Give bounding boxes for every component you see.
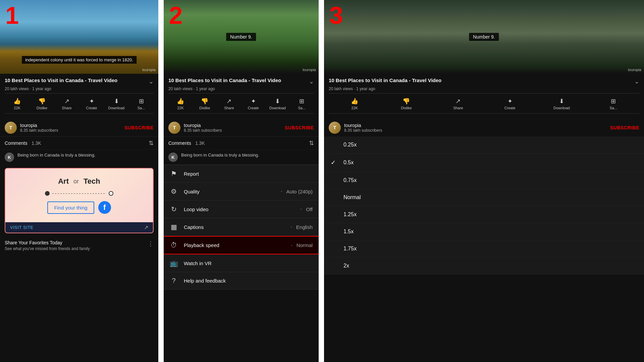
channel-row-2: T touropia 8.35 lakh subscribers SUBSCRI… xyxy=(164,119,319,136)
like-button-3[interactable]: 👍 22K xyxy=(329,96,380,111)
speed-check-05: ✓ xyxy=(331,159,339,166)
create-button-2[interactable]: ✦ Create xyxy=(241,96,265,111)
channel-avatar-3[interactable]: T xyxy=(329,122,341,134)
menu-item-quality[interactable]: ⚙ Quality · Auto (240p) xyxy=(164,183,319,200)
speed-item-075[interactable]: 0.75x xyxy=(324,172,644,189)
share-button-2[interactable]: ↗ Share xyxy=(217,96,241,111)
visit-site-button[interactable]: VISIT SITE xyxy=(10,225,34,230)
step-label-3: 3 xyxy=(329,3,343,27)
menu-item-playback-speed[interactable]: ⏱ Playback speed · Normal xyxy=(164,236,319,254)
video-title-2[interactable]: 10 Best Places to Visit in Canada - Trav… xyxy=(168,77,306,84)
save-icon-3: ⊞ xyxy=(611,98,616,105)
subscribe-button-2[interactable]: SUBSCRIBE xyxy=(285,125,314,130)
speed-label-05: 0.5x xyxy=(343,160,354,166)
speed-item-125[interactable]: 1.25x xyxy=(324,206,644,223)
promo-more-icon[interactable]: ⋮ xyxy=(148,240,154,247)
divider-2-3 xyxy=(321,0,324,362)
save-icon-1: ⊞ xyxy=(139,98,144,105)
share-button-1[interactable]: ↗ Share xyxy=(54,96,79,111)
speed-item-15[interactable]: 1.5x xyxy=(324,223,644,240)
number-badge-3: Number 9. xyxy=(469,33,499,41)
channel-subs-2: 8.35 lakh subscribers xyxy=(184,128,285,133)
menu-item-help[interactable]: ? Help and feedback xyxy=(164,272,319,290)
slider-dot-right xyxy=(109,191,113,196)
video-info-2: 10 Best Places to Visit in Canada - Trav… xyxy=(164,74,319,119)
comments-label-2: Comments xyxy=(168,140,191,146)
channel-avatar-2[interactable]: T xyxy=(168,122,180,134)
chevron-down-icon-2[interactable]: ⌄ xyxy=(309,78,314,85)
ad-cta-button[interactable]: Find your thing xyxy=(47,201,94,214)
create-icon-1: ✦ xyxy=(89,98,94,105)
menu-label-captions: Captions xyxy=(184,224,289,230)
facebook-icon[interactable]: f xyxy=(98,201,111,214)
share-icon-3: ↗ xyxy=(455,98,461,105)
channel-avatar-1[interactable]: T xyxy=(5,122,17,134)
channel-row-3: T touropia 8.35 lakh subscribers SUBSCRI… xyxy=(324,119,644,136)
video-thumbnail-2[interactable]: Number 9. touropia xyxy=(164,0,319,74)
watermark-3: touropia xyxy=(628,68,641,72)
comment-item-2: K Being born in Canada is truly a blessi… xyxy=(164,149,319,165)
sort-icon-1[interactable]: ⇅ xyxy=(149,139,154,147)
video-title-1[interactable]: 10 Best Places to Visit in Canada - Trav… xyxy=(5,77,146,84)
create-button-3[interactable]: ✦ Create xyxy=(484,96,536,111)
save-button-2[interactable]: ⊞ Sa... xyxy=(290,96,314,111)
panel-3: 3 Number 9. touropia 10 Best Places to V… xyxy=(324,0,644,362)
menu-item-vr[interactable]: 📺 Watch in VR xyxy=(164,254,319,272)
channel-info-3: touropia 8.35 lakh subscribers xyxy=(344,123,610,133)
channel-name-2[interactable]: touropia xyxy=(184,123,285,128)
video-info-1: 10 Best Places to Visit in Canada - Trav… xyxy=(0,74,158,119)
chevron-down-icon-1[interactable]: ⌄ xyxy=(149,78,154,85)
create-label-1: Create xyxy=(86,106,97,110)
video-thumbnail-3[interactable]: Number 9. touropia xyxy=(324,0,644,74)
commenter-avatar-1: K xyxy=(5,153,14,162)
comments-count-1: 1.3K xyxy=(32,140,41,146)
menu-item-loop[interactable]: ↻ Loop video · Off xyxy=(164,200,319,218)
speed-item-05[interactable]: ✓ 0.5x xyxy=(324,154,644,172)
like-button-1[interactable]: 👍 22K xyxy=(5,96,30,111)
help-icon: ? xyxy=(170,277,178,285)
speed-list: 0.25x ✓ 0.5x 0.75x Normal 1.25x 1.5x 1.7… xyxy=(324,136,644,275)
ad-text-or: or xyxy=(73,178,79,185)
save-button-3[interactable]: ⊞ Sa... xyxy=(588,96,639,111)
create-button-1[interactable]: ✦ Create xyxy=(79,96,104,111)
video-title-3[interactable]: 10 Best Places to Visit in Canada - Trav… xyxy=(329,77,632,84)
like-icon-1: 👍 xyxy=(13,98,21,105)
speed-item-2[interactable]: 2x xyxy=(324,257,644,275)
subscribe-button-1[interactable]: SUBSCRIBE xyxy=(124,125,154,130)
download-button-3[interactable]: ⬇ Download xyxy=(536,96,587,111)
video-thumbnail-1[interactable]: independent colony until it was forced t… xyxy=(0,0,158,74)
chevron-down-icon-3[interactable]: ⌄ xyxy=(634,78,639,85)
action-bar-2: 👍 22K 👎 Dislike ↗ Share ✦ Create ⬇ Downl… xyxy=(168,93,314,114)
comments-row-2: Comments 1.3K ⇅ xyxy=(164,136,319,149)
speed-label-075: 0.75x xyxy=(343,177,357,183)
save-button-1[interactable]: ⊞ Sa... xyxy=(129,96,154,111)
channel-row-1: T touropia 8.35 lakh subscribers SUBSCRI… xyxy=(0,119,158,136)
menu-item-report[interactable]: ⚑ Report xyxy=(164,165,319,183)
dislike-button-3[interactable]: 👎 Dislike xyxy=(380,96,432,111)
ad-slider xyxy=(45,191,113,196)
menu-item-captions[interactable]: ▦ Captions · English xyxy=(164,218,319,236)
dislike-icon-1: 👎 xyxy=(38,98,46,105)
menu-label-loop: Loop video xyxy=(184,206,299,212)
subscribe-button-3[interactable]: SUBSCRIBE xyxy=(610,125,639,130)
number-badge-2: Number 9. xyxy=(226,33,256,41)
speed-item-normal[interactable]: Normal xyxy=(324,189,644,206)
dislike-button-2[interactable]: 👎 Dislike xyxy=(193,96,217,111)
captions-icon: ▦ xyxy=(170,223,178,231)
speed-label-15: 1.5x xyxy=(343,229,354,235)
like-count-3: 22K xyxy=(351,106,358,110)
download-button-2[interactable]: ⬇ Download xyxy=(265,96,289,111)
download-button-1[interactable]: ⬇ Download xyxy=(104,96,129,111)
channel-name-3[interactable]: touropia xyxy=(344,123,610,128)
dislike-button-1[interactable]: 👎 Dislike xyxy=(30,96,54,111)
sort-icon-2[interactable]: ⇅ xyxy=(309,139,314,147)
quality-icon: ⚙ xyxy=(170,187,178,195)
comment-item-1: K Being born in Canada is truly a blessi… xyxy=(0,149,158,165)
share-button-3[interactable]: ↗ Share xyxy=(432,96,484,111)
speed-item-025[interactable]: 0.25x xyxy=(324,136,644,154)
like-icon-3: 👍 xyxy=(351,98,358,105)
channel-name-1[interactable]: touropia xyxy=(20,123,124,128)
like-button-2[interactable]: 👍 22K xyxy=(168,96,193,111)
speed-item-175[interactable]: 1.75x xyxy=(324,240,644,257)
menu-label-help: Help and feedback xyxy=(184,278,313,284)
